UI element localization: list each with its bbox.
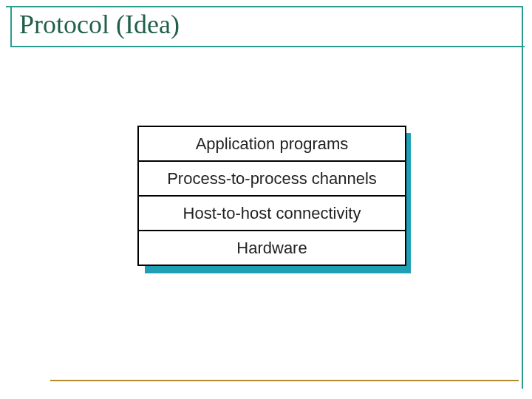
layer-process-channels: Process-to-process channels bbox=[139, 160, 405, 195]
slide-title: Protocol (Idea) bbox=[19, 9, 180, 40]
title-left-accent bbox=[10, 6, 16, 47]
layer-application: Application programs bbox=[139, 127, 405, 160]
layer-host-connectivity: Host-to-host connectivity bbox=[139, 195, 405, 230]
layer-hardware: Hardware bbox=[139, 230, 405, 265]
protocol-stack: Application programs Process-to-process … bbox=[137, 126, 403, 266]
title-underline bbox=[10, 46, 525, 47]
slide-frame: Protocol (Idea) Application programs Pro… bbox=[6, 6, 523, 389]
stack-box: Application programs Process-to-process … bbox=[137, 126, 406, 266]
footer-accent-line bbox=[50, 380, 519, 381]
